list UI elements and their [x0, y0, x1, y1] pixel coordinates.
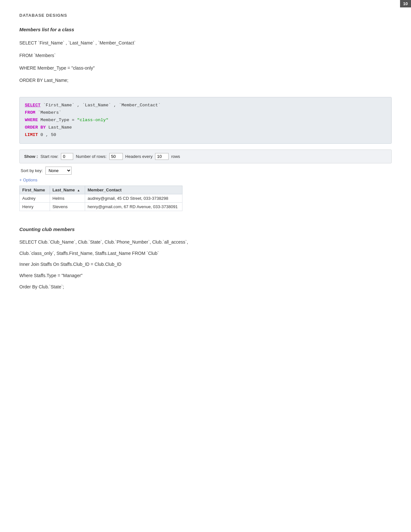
section2-sql-line-1: Club.`class_only`, Staffs.First_Name, St…	[19, 248, 392, 258]
start-row-label: Start row:	[41, 154, 59, 159]
section2-sql-line-2: Inner Join Staffs On Staffs.Club_ID = Cl…	[19, 259, 392, 269]
section2-sql-line-0: SELECT Club.`Club_Name`, Club.`State`, C…	[19, 237, 392, 247]
num-rows-label: Number of rows:	[76, 154, 106, 159]
table-cell-0-0: Audrey	[20, 194, 50, 202]
sql-line-1: SELECT `First_Name` , `Last_Name` , `Mem…	[19, 38, 392, 48]
sql-box-line3-col: Member_Type	[38, 118, 69, 122]
sql-highlighted-box: SELECT `First_Name` , `Last_Name` , `Mem…	[19, 97, 392, 144]
sql-box-line3: WHERE Member_Type = "class-only"	[25, 117, 386, 124]
col-first-name[interactable]: First_Name	[20, 186, 50, 194]
keyword-from: FROM	[25, 110, 35, 115]
table-cell-1-0: Henry	[20, 202, 50, 211]
section2-sql-line-3: Where Staffs.Type = "Manager"	[19, 271, 392, 281]
table-header-row: First_Name Last_Name ▲ Member_Contact	[20, 186, 182, 194]
table-cell-1-1: Stevens	[50, 202, 85, 211]
section1-title: Members list for a class	[19, 27, 392, 32]
col-first-name-label: First_Name	[22, 188, 45, 192]
table-row: AudreyHelmsaudrey@gmail, 45 CD Street, 0…	[20, 194, 182, 202]
sql-box-line2: FROM `Members`	[25, 109, 386, 117]
keyword-order: ORDER BY	[25, 125, 46, 130]
sql-plain-block: SELECT `First_Name` , `Last_Name` , `Mem…	[19, 38, 392, 85]
table-cell-1-2: henry@gmail.com, 67 RD Avenue, 033-37380…	[85, 202, 182, 211]
sql-box-line4-rest: Last_Name	[46, 125, 72, 130]
page-header: DATABASE DESIGNS	[19, 13, 392, 18]
sort-arrow-icon: ▲	[77, 189, 80, 192]
section2-sql-line-4: Order By Club.`State`;	[19, 282, 392, 292]
keyword-limit: LIMIT	[25, 132, 38, 137]
col-last-name-label: Last_Name	[53, 188, 75, 192]
sql-box-line3-val: "class-only"	[74, 118, 108, 122]
start-row-input[interactable]	[61, 153, 73, 160]
query-controls: Show : Start row: Number of rows: Header…	[19, 150, 392, 163]
page-number: 10	[400, 0, 411, 7]
col-last-name[interactable]: Last_Name ▲	[50, 186, 85, 194]
section2-sql-block: SELECT Club.`Club_Name`, Club.`State`, C…	[19, 237, 392, 292]
result-table: First_Name Last_Name ▲ Member_Contact Au…	[19, 186, 182, 211]
sort-by-key-label: Sort by key:	[21, 168, 43, 173]
sql-box-line1-rest: `First_Name` , `Last_Name` , `Member_Con…	[41, 103, 161, 108]
sql-box-line2-rest: `Members`	[35, 110, 61, 115]
table-row: HenryStevenshenry@gmail.com, 67 RD Avenu…	[20, 202, 182, 211]
sort-by-key-select[interactable]: None	[45, 167, 72, 175]
sql-box-line5: LIMIT 0 , 50	[25, 131, 386, 139]
keyword-select: SELECT	[25, 103, 41, 108]
show-label: Show :	[24, 154, 38, 159]
table-cell-0-2: audrey@gmail, 45 CD Street, 033-3738298	[85, 194, 182, 202]
sql-box-line3-eq: =	[69, 118, 74, 122]
table-cell-0-1: Helms	[50, 194, 85, 202]
num-rows-input[interactable]	[109, 153, 123, 160]
headers-every-input[interactable]	[155, 153, 169, 160]
sql-box-line1: SELECT `First_Name` , `Last_Name` , `Mem…	[25, 102, 386, 109]
sql-line-3: WHERE Member_Type = "class-only"	[19, 63, 392, 73]
sort-row: Sort by key: None	[19, 167, 392, 175]
col-member-contact-label: Member_Contact	[88, 188, 122, 192]
section2-title: Counting club members	[19, 227, 392, 232]
rows-label: rows	[171, 154, 180, 159]
sql-box-line4: ORDER BY Last_Name	[25, 124, 386, 131]
sql-box-line5-rest: 0 , 50	[38, 132, 56, 137]
headers-every-label: Headers every	[125, 154, 153, 159]
keyword-where: WHERE	[25, 118, 38, 122]
options-link[interactable]: + Options	[19, 178, 37, 182]
sql-line-2: FROM `Members`	[19, 51, 392, 61]
sql-line-4: ORDER BY Last_Name;	[19, 75, 392, 85]
col-member-contact[interactable]: Member_Contact	[85, 186, 182, 194]
